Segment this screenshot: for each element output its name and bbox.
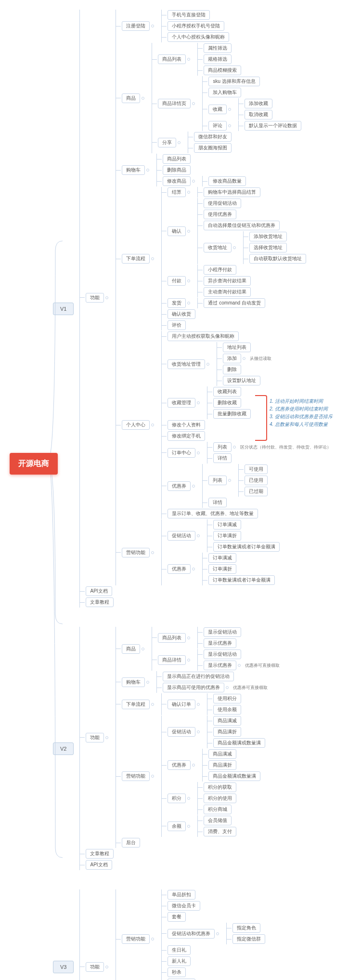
leaf: 删除收藏 [213, 398, 241, 408]
leaf: 添加收藏 [245, 99, 272, 108]
v1-node: V1 [53, 303, 74, 315]
leaf: 修改商品 [163, 176, 191, 186]
mindmap-container: 开源电商 V1 功能 注册登陆 手机号直接登陆 小程序授权手机号登陆 [0, 10, 361, 980]
leaf: 商品详情页 [158, 99, 191, 108]
leaf: 商品满减 [208, 749, 236, 759]
leaf: 积分商城 [204, 805, 232, 814]
leaf: 朋友圈海报图 [194, 143, 232, 153]
leaf: 删除商品 [163, 165, 191, 175]
extra: 优惠券可直接领取 [245, 662, 280, 669]
leaf: 商品金额满或数量满 [213, 738, 265, 748]
leaf: 修改绑定手机 [168, 431, 205, 441]
gouwuche-node: 购物车 [122, 165, 145, 175]
tutorial-node: 文章教程 [86, 597, 114, 607]
leaf: 删除 [223, 365, 241, 374]
leaf: 添加收货地址 [249, 232, 287, 241]
annotation-line: 1. 活动开始时间结束时间 [270, 397, 351, 405]
leaf: 商品金额满或数量满 [208, 771, 260, 781]
leaf: 商品详情 [158, 655, 186, 665]
v3-node: V3 [53, 961, 74, 973]
leaf: 商品列表 [158, 54, 186, 64]
leaf: 订单满折 [213, 531, 241, 541]
leaf: 收货地址 [204, 243, 232, 252]
leaf: 确认收货 [168, 309, 195, 319]
zhuce-node: 注册登陆 [122, 21, 150, 31]
leaf: 指定微信群 [232, 934, 265, 944]
leaf: 微信会员卡 [168, 901, 200, 911]
leaf: 发货 [168, 298, 186, 308]
leaf: 促销活动 [168, 531, 195, 541]
leaf: 付款 [168, 276, 186, 286]
leaf: 订单满减 [213, 520, 241, 530]
leaf: 购物车中选择商品结算 [204, 187, 260, 197]
leaf: 优惠券 [168, 564, 191, 574]
leaf: 生日礼 [168, 945, 191, 955]
v2-gongneng: 功能 [86, 733, 104, 742]
leaf: 规格筛选 [204, 54, 232, 64]
leaf: 显示优惠券 [204, 638, 236, 648]
leaf: 购物车 [122, 677, 145, 687]
xiadan-node: 下单流程 [122, 254, 150, 264]
leaf: 订单中心 [168, 448, 195, 458]
leaf: 添加 [223, 354, 241, 363]
leaf: 文章教程 [86, 849, 114, 859]
leaf: 取消收藏 [245, 110, 272, 119]
extra: 区分状态（待付款、待发货、待收货、待评论） [240, 444, 331, 450]
leaf: 详情 [213, 453, 232, 463]
leaf: 单品折扣 [168, 890, 195, 900]
leaf: 商品列表 [163, 154, 191, 164]
yingxiao-node: 营销功能 [122, 548, 150, 557]
leaf: 商品列表 [158, 633, 186, 643]
leaf: 手机号直接登陆 [168, 10, 210, 20]
leaf: 显示订单、收藏、优惠券、地址等数量 [168, 509, 258, 518]
leaf: 列表 [208, 476, 227, 485]
leaf: 小程序授权手机号登陆 [168, 21, 224, 31]
leaf: 列表 [213, 442, 232, 452]
leaf: 商品模糊搜索 [204, 66, 241, 75]
leaf: 使用优惠券 [204, 210, 236, 219]
leaf: 微信群和好友 [194, 132, 232, 142]
shangpin-node: 商品 [122, 93, 140, 103]
leaf: 小程序付款 [204, 265, 236, 275]
geren-node: 个人中心 [122, 420, 150, 430]
leaf: 通过 command 自动发货 [204, 298, 265, 308]
v3-gongneng: 功能 [86, 962, 104, 972]
leaf: 收藏 [208, 105, 227, 114]
leaf: 促销活动 [168, 727, 195, 737]
leaf: 属性筛选 [204, 43, 232, 53]
leaf: 新人礼 [168, 956, 191, 966]
leaf: 积分 [168, 794, 186, 803]
leaf: 收藏管理 [168, 398, 195, 408]
extra: 从微信读取 [250, 356, 271, 362]
v2-branch: V2 功能 商品 商品列表 显示促销活动 显示优惠券 [53, 627, 361, 870]
leaf: API文档 [86, 860, 112, 870]
leaf: 会员储值 [204, 816, 232, 825]
annotation-line: 2. 优惠券使用时间结束时间 [270, 405, 351, 413]
root-node: 开源电商 [10, 453, 58, 475]
v1-gongneng: 功能 [86, 293, 104, 303]
leaf: 后台 [122, 838, 140, 848]
leaf: 订单满折 [208, 564, 236, 574]
leaf: 商品满折 [213, 727, 241, 737]
leaf: 显示促销活动 [204, 649, 241, 659]
leaf: 已过期 [245, 487, 268, 496]
leaf: 用户主动授权获取头像和昵称 [168, 331, 239, 341]
leaf: sku 选择和库存信息 [208, 77, 259, 86]
leaf: 下单流程 [122, 700, 150, 709]
leaf: 订单满减 [208, 553, 236, 563]
leaf: 确认订单 [168, 700, 195, 709]
leaf: 显示促销活动 [204, 627, 241, 637]
leaf: 积分的使用 [204, 794, 236, 803]
leaf: 套餐 [168, 912, 186, 922]
leaf: 优惠券 [168, 481, 191, 491]
leaf: 已使用 [245, 476, 268, 485]
leaf: 营销功能 [122, 934, 150, 944]
leaf: 自动选择最佳促销互动和优惠券 [204, 221, 280, 230]
annotation-notes: 1. 活动开始时间结束时间 2. 优惠券使用时间结束时间 3. 促销活动和优惠券… [270, 397, 351, 428]
leaf: 订单数量满或者订单金额满 [213, 542, 280, 552]
v2-node: V2 [53, 742, 74, 755]
leaf: 加入购物车 [208, 88, 241, 97]
leaf: 自动获取默认收货地址 [249, 254, 306, 264]
leaf: 异步查询付款结果 [204, 276, 251, 286]
leaf: 促销活动和优惠券 [168, 929, 215, 939]
